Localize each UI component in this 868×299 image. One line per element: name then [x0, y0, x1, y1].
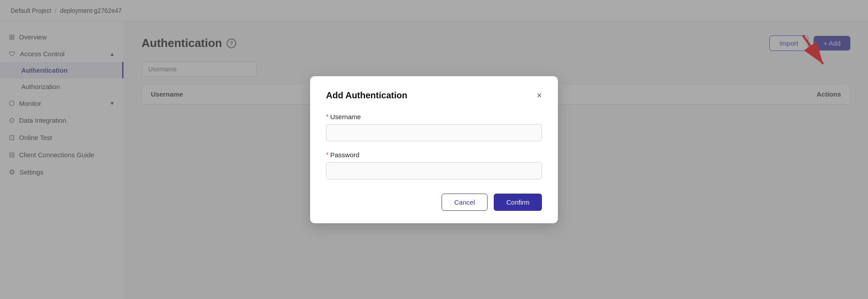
password-label-text: Password — [330, 151, 359, 159]
password-label: * Password — [326, 151, 542, 159]
modal-overlay[interactable]: Add Authentication × * Username * Passwo… — [0, 0, 868, 299]
modal-close-button[interactable]: × — [537, 91, 542, 100]
username-label: * Username — [326, 113, 542, 120]
cancel-button[interactable]: Cancel — [442, 194, 488, 211]
username-input[interactable] — [326, 124, 542, 141]
modal-add-authentication: Add Authentication × * Username * Passwo… — [310, 76, 558, 223]
username-required-star: * — [326, 113, 328, 120]
password-input[interactable] — [326, 162, 542, 179]
form-field-username: * Username — [326, 113, 542, 141]
password-required-star: * — [326, 151, 328, 158]
confirm-button[interactable]: Confirm — [494, 194, 542, 211]
modal-title: Add Authentication — [326, 90, 407, 101]
form-field-password: * Password — [326, 151, 542, 179]
modal-header: Add Authentication × — [326, 90, 542, 101]
username-label-text: Username — [330, 113, 361, 120]
modal-footer: Cancel Confirm — [326, 194, 542, 211]
